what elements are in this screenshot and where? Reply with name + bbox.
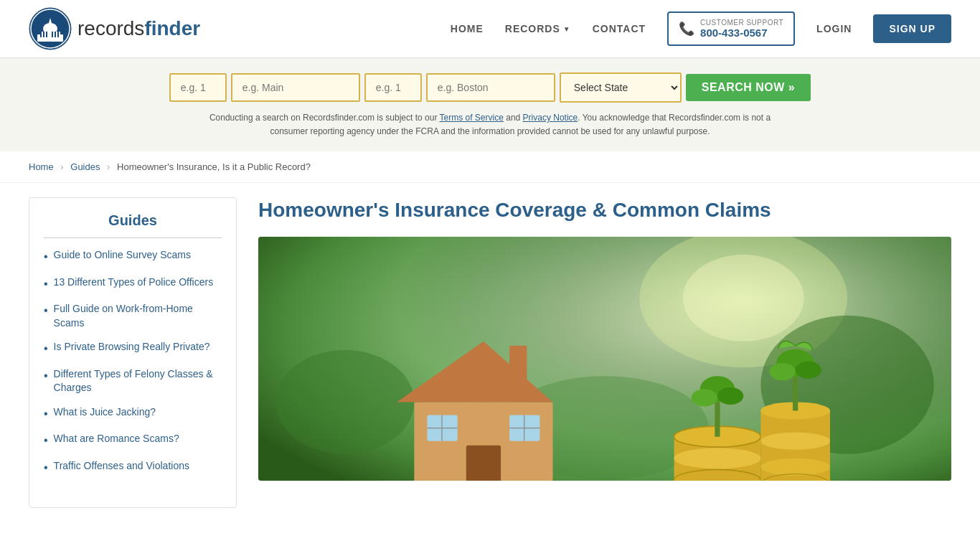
city-input[interactable] xyxy=(426,73,555,102)
search-row: Select State AlabamaAlaskaArizona Arkans… xyxy=(169,72,811,103)
logo-icon xyxy=(29,7,72,50)
guide-link-private-browsing[interactable]: Is Private Browsing Really Private? xyxy=(54,340,210,354)
svg-rect-22 xyxy=(466,446,501,481)
support-info: CUSTOMER SUPPORT 800-433-0567 xyxy=(700,19,783,39)
login-button[interactable]: LOGIN xyxy=(816,23,852,34)
logo-text: recordsfinder xyxy=(77,17,200,40)
svg-point-45 xyxy=(717,387,743,405)
guides-sidebar: Guides Guide to Online Survey Scams 13 D… xyxy=(29,197,237,508)
svg-rect-10 xyxy=(52,32,53,37)
search-section: Select State AlabamaAlaskaArizona Arkans… xyxy=(0,58,980,151)
street-input[interactable] xyxy=(231,73,360,102)
svg-point-17 xyxy=(275,350,414,454)
list-item: Full Guide on Work-from-Home Scams xyxy=(44,302,222,330)
list-item: 13 Different Types of Police Officers xyxy=(44,276,222,292)
article-hero-image xyxy=(258,237,951,481)
svg-rect-29 xyxy=(509,346,527,380)
logo[interactable]: recordsfinder xyxy=(29,7,200,50)
search-disclaimer: Conducting a search on Recordsfinder.com… xyxy=(196,111,784,138)
site-header: recordsfinder HOME RECORDS ▼ CONTACT 📞 C… xyxy=(0,0,980,58)
breadcrumb-home[interactable]: Home xyxy=(29,161,54,172)
list-item: Is Private Browsing Really Private? xyxy=(44,340,222,357)
breadcrumb-sep-2: › xyxy=(107,161,110,172)
guide-link-traffic-offenses[interactable]: Traffic Offenses and Violations xyxy=(54,459,189,474)
guide-link-felony-classes[interactable]: Different Types of Felony Classes & Char… xyxy=(54,367,222,395)
main-nav: HOME RECORDS ▼ CONTACT 📞 CUSTOMER SUPPOR… xyxy=(451,11,951,46)
nav-contact[interactable]: CONTACT xyxy=(593,23,646,34)
phone-icon: 📞 xyxy=(679,21,694,37)
list-item: Different Types of Felony Classes & Char… xyxy=(44,367,222,395)
apt-input[interactable] xyxy=(364,73,422,102)
svg-point-16 xyxy=(683,255,804,342)
state-select[interactable]: Select State AlabamaAlaskaArizona Arkans… xyxy=(560,72,682,103)
svg-point-34 xyxy=(674,448,761,468)
customer-support-button[interactable]: 📞 CUSTOMER SUPPORT 800-433-0567 xyxy=(667,11,795,46)
svg-point-40 xyxy=(760,458,830,476)
nav-home[interactable]: HOME xyxy=(451,23,484,34)
svg-rect-46 xyxy=(793,376,798,410)
article-title: Homeowner's Insurance Coverage & Common … xyxy=(258,197,951,223)
svg-rect-42 xyxy=(715,402,720,436)
svg-rect-11 xyxy=(55,32,56,37)
search-now-button[interactable]: SEARCH NOW » xyxy=(686,74,811,101)
main-content: Guides Guide to Online Survey Scams 13 D… xyxy=(0,183,980,522)
signup-button[interactable]: SIGN UP xyxy=(873,14,951,43)
article: Homeowner's Insurance Coverage & Common … xyxy=(258,197,951,508)
guide-link-work-from-home[interactable]: Full Guide on Work-from-Home Scams xyxy=(54,302,222,330)
breadcrumb-guides[interactable]: Guides xyxy=(70,161,100,172)
list-item: What are Romance Scams? xyxy=(44,432,222,448)
support-label: CUSTOMER SUPPORT xyxy=(700,19,783,27)
chevron-down-icon: ▼ xyxy=(563,25,571,33)
sidebar-title: Guides xyxy=(44,212,222,238)
svg-point-44 xyxy=(692,389,717,406)
svg-rect-12 xyxy=(57,32,59,37)
svg-rect-8 xyxy=(43,32,44,37)
sidebar-guides-list: Guide to Online Survey Scams 13 Differen… xyxy=(44,248,222,476)
support-number: 800-433-0567 xyxy=(700,27,767,39)
guide-link-romance-scams[interactable]: What are Romance Scams? xyxy=(54,432,179,446)
breadcrumb-current: Homeowner's Insurance, Is it a Public Re… xyxy=(117,161,311,172)
list-item: Traffic Offenses and Violations xyxy=(44,459,222,476)
svg-point-48 xyxy=(769,363,795,380)
svg-rect-7 xyxy=(40,32,42,37)
breadcrumb: Home › Guides › Homeowner's Insurance, I… xyxy=(0,151,980,183)
list-item: Guide to Online Survey Scams xyxy=(44,248,222,265)
guide-link-juice-jacking[interactable]: What is Juice Jacking? xyxy=(54,405,156,420)
guide-link-police-officers[interactable]: 13 Different Types of Police Officers xyxy=(54,276,214,290)
privacy-link[interactable]: Privacy Notice xyxy=(523,113,578,123)
breadcrumb-sep-1: › xyxy=(60,161,63,172)
tos-link[interactable]: Terms of Service xyxy=(440,113,504,123)
guide-link-survey-scams[interactable]: Guide to Online Survey Scams xyxy=(54,248,191,263)
house-number-input[interactable] xyxy=(169,73,227,102)
svg-point-39 xyxy=(760,432,830,449)
svg-rect-9 xyxy=(46,32,47,37)
svg-rect-5 xyxy=(49,23,52,29)
nav-records[interactable]: RECORDS ▼ xyxy=(505,23,571,34)
svg-point-49 xyxy=(796,361,821,378)
list-item: What is Juice Jacking? xyxy=(44,405,222,422)
